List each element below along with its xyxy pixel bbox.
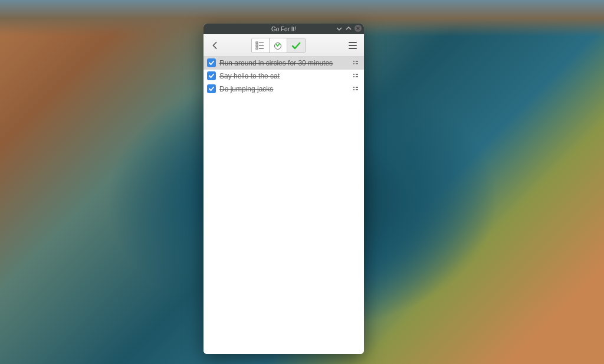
window-controls — [336, 25, 362, 32]
drag-handle-icon[interactable] — [353, 60, 360, 66]
svg-rect-10 — [353, 61, 354, 62]
svg-rect-16 — [353, 76, 354, 77]
todo-tab[interactable] — [252, 38, 270, 53]
task-label: Do jumping jacks — [219, 85, 350, 93]
svg-rect-19 — [356, 87, 358, 88]
minimize-icon[interactable] — [336, 25, 343, 32]
svg-rect-20 — [353, 89, 354, 90]
task-label: Run around in circles for 30 minutes — [219, 59, 350, 67]
checkbox-icon[interactable] — [207, 71, 216, 80]
back-button[interactable] — [207, 38, 222, 53]
svg-rect-18 — [353, 87, 354, 88]
svg-rect-21 — [356, 89, 358, 90]
task-label: Say hello to the cat — [219, 72, 350, 80]
drag-handle-icon[interactable] — [353, 86, 360, 92]
timer-tab[interactable] — [270, 38, 287, 53]
svg-rect-2 — [256, 45, 258, 47]
svg-rect-0 — [256, 42, 258, 44]
window-title: Go For It! — [271, 26, 296, 32]
maximize-icon[interactable] — [345, 25, 352, 32]
svg-rect-13 — [356, 63, 358, 64]
checkbox-icon[interactable] — [207, 84, 216, 93]
svg-rect-17 — [356, 76, 358, 77]
close-icon[interactable] — [354, 25, 362, 32]
drag-handle-icon[interactable] — [353, 73, 360, 79]
svg-rect-11 — [356, 61, 358, 62]
task-row[interactable]: Run around in circles for 30 minutes — [203, 57, 364, 70]
done-list: Run around in circles for 30 minutes Say… — [203, 57, 364, 354]
svg-rect-15 — [356, 74, 358, 75]
svg-rect-14 — [353, 74, 354, 75]
svg-rect-12 — [353, 63, 354, 64]
checkbox-icon[interactable] — [207, 58, 216, 67]
task-row[interactable]: Say hello to the cat — [203, 70, 364, 83]
menu-button[interactable] — [345, 38, 360, 53]
done-tab[interactable] — [287, 38, 305, 53]
svg-rect-4 — [256, 48, 258, 50]
app-window: Go For It! — [203, 24, 364, 354]
view-switcher — [251, 38, 306, 53]
task-row[interactable]: Do jumping jacks — [203, 83, 364, 96]
toolbar — [203, 34, 364, 57]
titlebar[interactable]: Go For It! — [203, 24, 364, 34]
